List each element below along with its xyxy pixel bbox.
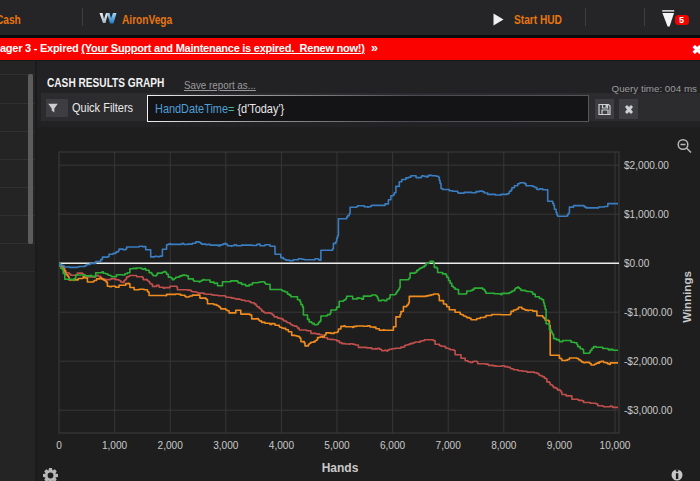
svg-text:7,000: 7,000 [436,440,462,451]
svg-text:5,000: 5,000 [324,440,350,451]
svg-text:4,000: 4,000 [269,440,295,451]
svg-text:$1,000.00: $1,000.00 [624,209,669,220]
svg-text:-$2,000.00: -$2,000.00 [624,356,673,367]
svg-text:$0.00: $0.00 [624,258,650,269]
svg-text:Winnings: Winnings [681,271,693,323]
svg-text:$2,000.00: $2,000.00 [624,160,669,171]
svg-text:8,000: 8,000 [491,440,517,451]
svg-text:2,000: 2,000 [158,440,184,451]
svg-text:0: 0 [56,440,62,451]
svg-text:-$3,000.00: -$3,000.00 [624,405,673,416]
svg-text:10,000: 10,000 [600,440,631,451]
svg-text:-$1,000.00: -$1,000.00 [624,307,673,318]
svg-text:3,000: 3,000 [213,440,239,451]
svg-text:1,000: 1,000 [102,440,128,451]
svg-text:Hands: Hands [322,461,359,475]
svg-text:6,000: 6,000 [380,440,406,451]
svg-text:9,000: 9,000 [547,440,573,451]
